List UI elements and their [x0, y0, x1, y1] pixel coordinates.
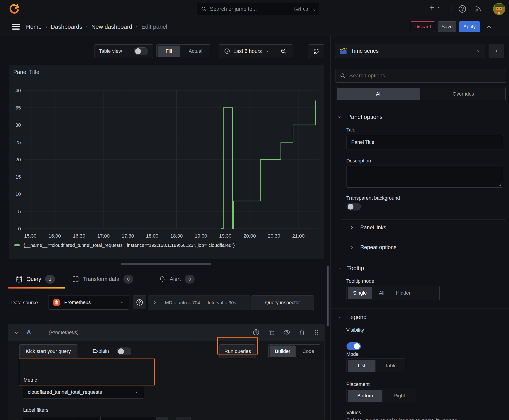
help-button[interactable]	[458, 5, 467, 14]
hide-response-eye-icon[interactable]	[283, 329, 291, 336]
drag-handle-icon[interactable]	[313, 329, 319, 336]
tab-transform[interactable]: Transform data 0	[72, 275, 133, 284]
legend-visibility-toggle[interactable]	[347, 342, 361, 350]
global-search[interactable]: ctrl+k	[197, 3, 319, 15]
svg-text:17:30: 17:30	[122, 233, 134, 239]
panel-links-header[interactable]: Panel links	[349, 224, 386, 231]
tooltip-hidden-option[interactable]: Hidden	[390, 287, 418, 299]
placement-right-option[interactable]: Right	[383, 390, 415, 402]
tab-overrides[interactable]: Overrides	[421, 88, 505, 100]
fill-option[interactable]: Fill	[158, 45, 180, 57]
panel-title-input[interactable]	[347, 135, 503, 150]
metric-select[interactable]: cloudflared_tunnel_total_requests	[23, 386, 144, 399]
time-range-picker[interactable]: Last 6 hours	[219, 48, 275, 54]
kickstart-query-button[interactable]: Kick start your query	[19, 344, 77, 358]
svg-text:30: 30	[15, 122, 21, 128]
chart-legend[interactable]: {__name__="cloudflared_tunnel_total_requ…	[14, 242, 235, 248]
time-series-chart[interactable]: 051015202530354015:3016:0016:3017:0017:3…	[11, 88, 321, 240]
breadcrumb: Home › Dashboards › New dashboard › Edit…	[26, 18, 167, 36]
tab-query-count: 1	[45, 275, 55, 284]
apply-button[interactable]: Apply	[459, 21, 480, 32]
hamburger-icon	[12, 23, 20, 30]
placement-bottom-option[interactable]: Bottom	[348, 390, 382, 402]
svg-text:25: 25	[15, 140, 21, 145]
search-options-input[interactable]	[349, 73, 502, 79]
code-option[interactable]: Code	[296, 345, 320, 357]
legend-list-option[interactable]: List	[348, 360, 375, 372]
chevron-right-icon	[349, 245, 354, 250]
global-search-input[interactable]	[210, 6, 291, 12]
timeseries-viz-icon	[339, 48, 347, 54]
repeat-options-header[interactable]: Repeat options	[349, 244, 396, 250]
search-options-box[interactable]	[335, 69, 506, 82]
svg-text:21:00: 21:00	[292, 233, 304, 239]
interval-stat: Interval = 30s	[208, 300, 236, 305]
builder-option[interactable]: Builder	[270, 345, 296, 357]
breadcrumb-new-dashboard[interactable]: New dashboard	[91, 23, 132, 30]
select-label-dropdown[interactable]: Select label	[23, 417, 78, 420]
mega-menu-toggle[interactable]	[12, 23, 20, 30]
remove-filter-button[interactable]	[156, 417, 168, 420]
user-avatar[interactable]	[493, 3, 505, 15]
transparent-background-toggle[interactable]	[347, 203, 361, 210]
chevron-right-icon[interactable]	[152, 300, 157, 305]
panel-title[interactable]: Panel Title	[13, 69, 39, 75]
svg-text:16:30: 16:30	[73, 233, 85, 239]
svg-text:18:30: 18:30	[170, 233, 183, 239]
query-row-header[interactable]: A (Prometheus)	[8, 324, 324, 341]
operator-dropdown[interactable]: =	[78, 417, 100, 420]
breadcrumb-dashboards[interactable]: Dashboards	[51, 23, 82, 30]
tooltip-all-option[interactable]: All	[373, 287, 390, 299]
zoom-out-button[interactable]	[275, 48, 292, 54]
database-icon	[16, 276, 23, 283]
pane-splitter-handle[interactable]	[121, 263, 211, 265]
resize-handle-icon[interactable]	[498, 183, 501, 186]
visualization-picker[interactable]: Time series	[335, 44, 485, 58]
save-button[interactable]: Save	[438, 21, 456, 32]
transform-icon	[72, 276, 79, 283]
legend-table-option[interactable]: Table	[376, 360, 405, 372]
tab-all[interactable]: All	[337, 88, 420, 100]
chevron-up-icon	[486, 23, 493, 30]
chevron-down-icon[interactable]	[14, 330, 19, 335]
top-nav-bar: ctrl+k	[0, 0, 509, 18]
delete-query-trash-icon[interactable]	[299, 329, 305, 336]
discard-button[interactable]: Discard	[411, 21, 435, 32]
breadcrumb-home[interactable]: Home	[26, 23, 42, 30]
query-inspector-button[interactable]: Query inspector	[251, 295, 314, 310]
news-rss-button[interactable]	[474, 5, 482, 13]
panel-options-header[interactable]: Panel options	[337, 113, 383, 120]
datasource-help-button[interactable]	[133, 295, 146, 309]
tooltip-section-header[interactable]: Tooltip	[337, 265, 364, 272]
collapse-options-button[interactable]	[486, 23, 493, 30]
tab-alert[interactable]: Alert 0	[159, 275, 195, 284]
collapse-pane-button[interactable]	[489, 44, 504, 58]
query-help-icon[interactable]	[252, 329, 260, 336]
breadcrumb-bar: Home › Dashboards › New dashboard › Edit…	[0, 18, 509, 36]
chevron-right-icon	[494, 48, 499, 54]
max-data-points-stat: MD = auto = 704	[165, 300, 200, 305]
chevron-down-icon	[337, 114, 342, 120]
actual-option[interactable]: Actual	[181, 45, 210, 57]
description-textarea[interactable]	[347, 165, 503, 188]
chevron-down-icon	[134, 390, 139, 395]
add-menu-button[interactable]	[428, 4, 442, 11]
datasource-picker[interactable]: Prometheus	[48, 295, 129, 310]
add-filter-button[interactable]	[176, 417, 191, 420]
legend-series-name[interactable]: {__name__="cloudflared_tunnel_total_requ…	[23, 242, 235, 248]
select-value-dropdown[interactable]: Select value	[100, 417, 156, 420]
table-view-toggle[interactable]	[134, 47, 148, 55]
tooltip-single-option[interactable]: Single	[348, 287, 372, 299]
refresh-button[interactable]	[308, 45, 324, 58]
query-stats-bar: MD = auto = 704 Interval = 30s	[148, 295, 251, 310]
legend-values-hint: Select values or calculations to show in…	[346, 417, 458, 420]
datasource-label: Data source	[11, 300, 38, 306]
legend-section-header[interactable]: Legend	[337, 314, 367, 321]
duplicate-query-icon[interactable]	[268, 329, 275, 336]
tab-query[interactable]: Query 1	[16, 275, 55, 284]
grafana-logo-icon[interactable]	[8, 3, 20, 15]
query-ref-id[interactable]: A	[27, 329, 31, 336]
svg-text:20: 20	[15, 157, 21, 162]
active-tab-indicator	[8, 287, 65, 289]
explain-toggle[interactable]	[117, 347, 131, 355]
